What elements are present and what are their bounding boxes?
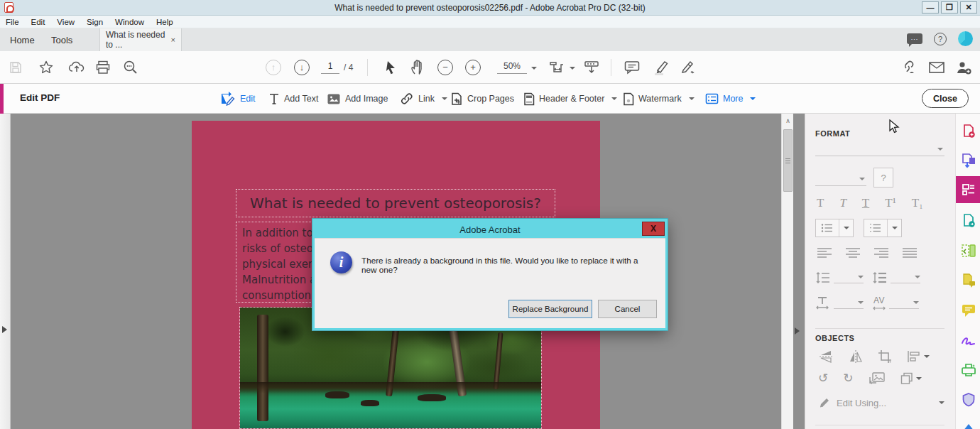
text-underline-button[interactable]: T (862, 196, 869, 210)
flip-vertical-icon[interactable] (818, 349, 834, 364)
menu-file[interactable]: File (6, 18, 19, 26)
help-icon[interactable]: ? (934, 33, 947, 45)
horizontal-scale-icon[interactable] (815, 296, 831, 310)
dialog-title-bar[interactable]: Adobe Acrobat (315, 221, 665, 238)
tab-home[interactable]: Home (10, 28, 35, 51)
close-edit-pdf-button[interactable]: Close (922, 89, 969, 108)
paragraph-spacing-icon[interactable] (872, 271, 888, 284)
export-pdf-tool-icon[interactable] (956, 209, 980, 233)
add-person-icon[interactable] (954, 59, 973, 76)
zoom-dropdown-caret-icon[interactable] (528, 65, 537, 71)
align-right-icon[interactable] (873, 247, 889, 259)
arrange-objects-button[interactable] (900, 372, 922, 385)
edit-pdf-tool-icon[interactable] (956, 176, 980, 203)
paragraph-spacing-select[interactable] (891, 272, 920, 283)
fill-sign-icon[interactable] (679, 59, 699, 76)
more-tools-icon[interactable] (956, 418, 980, 429)
menu-help[interactable]: Help (156, 18, 173, 26)
menu-window[interactable]: Window (115, 18, 144, 26)
comment-tool-icon[interactable] (956, 298, 980, 322)
edit-tool-button[interactable]: Edit (220, 84, 256, 114)
print-icon[interactable] (95, 60, 111, 75)
select-tool-icon[interactable] (383, 60, 396, 75)
user-avatar[interactable] (958, 31, 973, 46)
tab-tools[interactable]: Tools (51, 28, 72, 51)
tab-document[interactable]: What is needed to ... × (99, 28, 182, 51)
scan-ocr-tool-icon[interactable] (956, 358, 980, 382)
text-bold-button[interactable]: T (817, 196, 824, 210)
scroll-up-icon[interactable]: ∧ (783, 115, 793, 126)
restore-button[interactable]: ❐ (941, 1, 958, 13)
align-justify-icon[interactable] (902, 247, 918, 259)
zoom-level-select[interactable]: 50% (497, 61, 527, 74)
replace-image-icon[interactable] (869, 371, 886, 386)
nav-pane-expand-icon[interactable] (2, 326, 11, 333)
notifications-icon[interactable]: ... (907, 33, 922, 44)
bulleted-list-button[interactable] (815, 219, 854, 237)
crop-pages-button[interactable]: Crop Pages (450, 84, 514, 114)
add-text-button[interactable]: Add Text (268, 84, 318, 114)
crop-object-icon[interactable] (878, 349, 892, 364)
scrolling-mode-icon[interactable] (582, 60, 601, 75)
fit-dropdown-caret-icon[interactable] (567, 65, 575, 71)
comment-icon[interactable] (624, 60, 641, 75)
page-number-input[interactable]: 1 (321, 61, 339, 74)
line-spacing-icon[interactable] (815, 271, 831, 284)
next-page-icon[interactable]: ↓ (294, 60, 310, 75)
text-subscript-button[interactable]: T₁ (912, 196, 923, 210)
zoom-in-icon[interactable]: + (465, 60, 481, 75)
create-pdf-tool-icon[interactable] (956, 119, 980, 143)
replace-background-button[interactable]: Replace Background (508, 300, 592, 318)
align-left-icon[interactable] (817, 247, 832, 259)
rotate-counterclockwise-icon[interactable]: ↺ (818, 371, 828, 386)
previous-page-icon[interactable]: ↑ (266, 60, 281, 75)
edit-using-button[interactable]: Edit Using... (818, 396, 944, 409)
font-family-select[interactable] (815, 143, 944, 156)
watermark-button[interactable]: Watermark (623, 84, 695, 114)
share-link-icon[interactable] (899, 59, 918, 76)
email-icon[interactable] (927, 60, 946, 75)
rotate-clockwise-icon[interactable]: ↻ (843, 371, 853, 386)
doc-title-textbox[interactable]: What is needed to prevent osteoporosis? (236, 189, 555, 217)
align-center-icon[interactable] (845, 247, 861, 259)
horizontal-scale-select[interactable] (834, 298, 864, 309)
share-cloud-icon[interactable] (68, 60, 85, 75)
search-icon[interactable] (122, 59, 139, 76)
tab-close-icon[interactable]: × (171, 36, 175, 44)
numbered-list-caret-icon[interactable] (887, 219, 901, 237)
menu-view[interactable]: View (57, 18, 75, 26)
menu-edit[interactable]: Edit (31, 18, 45, 26)
bulleted-list-caret-icon[interactable] (839, 219, 853, 237)
close-window-button[interactable]: ✕ (960, 1, 977, 13)
text-italic-button[interactable]: T (839, 196, 846, 210)
request-signatures-tool-icon[interactable] (956, 268, 980, 293)
link-button[interactable]: Link (400, 84, 447, 114)
document-scrollbar[interactable]: ∧ (781, 114, 793, 429)
combine-files-tool-icon[interactable] (956, 149, 980, 173)
font-size-select[interactable] (815, 173, 866, 186)
char-spacing-icon[interactable]: AV (872, 295, 886, 311)
fit-width-icon[interactable] (548, 60, 565, 75)
highlighter-icon[interactable] (652, 59, 670, 76)
numbered-list-button[interactable] (864, 219, 902, 237)
dialog-close-button[interactable]: X (642, 222, 665, 236)
header-footer-button[interactable]: Header & Footer (523, 84, 617, 114)
format-help-button[interactable]: ? (873, 168, 893, 188)
more-button[interactable]: More (705, 84, 756, 114)
scrollbar-thumb[interactable] (783, 129, 793, 192)
text-superscript-button[interactable]: T¹ (885, 196, 895, 210)
fill-sign-tool-icon[interactable] (956, 328, 980, 352)
char-spacing-select[interactable] (889, 298, 919, 309)
flip-horizontal-icon[interactable] (849, 349, 863, 364)
add-image-button[interactable]: Add Image (327, 84, 388, 114)
organize-pages-tool-icon[interactable] (956, 239, 980, 263)
hand-tool-icon[interactable] (410, 59, 425, 76)
zoom-out-icon[interactable]: − (437, 60, 453, 75)
cancel-button[interactable]: Cancel (598, 300, 657, 318)
align-objects-button[interactable] (907, 350, 930, 363)
star-favorites-icon[interactable] (38, 60, 54, 75)
minimize-button[interactable]: — (922, 1, 939, 13)
line-spacing-select[interactable] (834, 272, 864, 283)
save-icon[interactable] (9, 60, 23, 75)
menu-sign[interactable]: Sign (87, 18, 103, 26)
